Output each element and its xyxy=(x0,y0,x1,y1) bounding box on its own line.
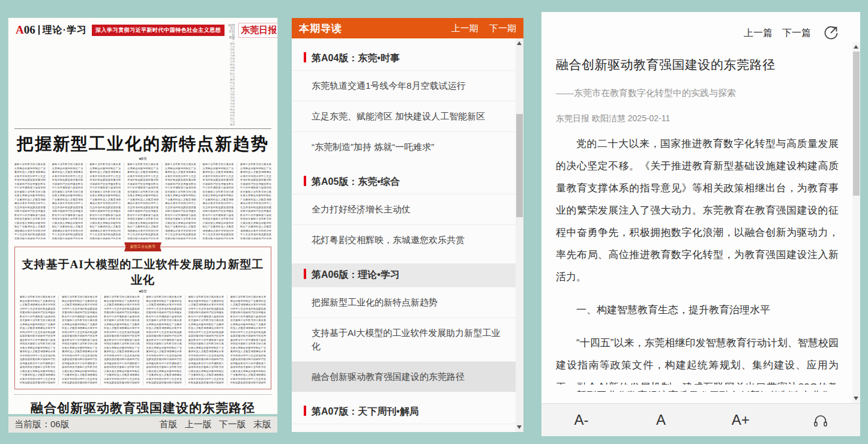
newsprint-column: 新型工业化数字经济高质量发展融合创新智能制造产业集群科技人才教育强国建设改革开放… xyxy=(124,163,158,239)
toc-section-header[interactable]: 第A07版：天下周刊•解局 xyxy=(292,400,516,424)
scroll-down-arrow-icon[interactable] xyxy=(517,425,522,429)
toc-section: 第A07版：天下周刊•解局中国非遗何以“出海”又“出圈”？ xyxy=(292,400,516,432)
toc-item[interactable]: 立足东莞、赋能湾区 加快建设人工智能新区 xyxy=(292,101,516,131)
scroll-up-arrow-icon[interactable] xyxy=(854,45,858,49)
toc-section-header[interactable]: 第A04版：东莞•时事 xyxy=(292,47,516,70)
guide-scrollbar[interactable] xyxy=(516,38,523,432)
np-article-3[interactable]: 融合创新驱动教育强国建设的东莞路径 ——东莞市在教育数字化转型中的实践与探索 ■… xyxy=(14,394,271,414)
page-pager-bar: 当前版：06版 首版 上一版 下一版 末版 xyxy=(8,416,277,433)
paper-meta-small: 新型工业化数字经济高质量发展融合创新智能制造产业集群科技人才 xyxy=(228,42,235,87)
section-marker-bar xyxy=(304,406,306,416)
newsprint-column: 新型工业化数字经济高质量发展融合创新智能制造产业集群科技人才教育强国建设改革开放… xyxy=(86,163,121,239)
next-issue-link[interactable]: 下一期 xyxy=(489,23,516,33)
toc-section: 第A06版：理论•学习把握新型工业化的新特点新趋势支持基于AI大模型的工业软件发… xyxy=(292,263,516,392)
toc-item[interactable]: 花灯粤剧交相辉映，东城邀您欢乐共赏 xyxy=(292,224,516,255)
guide-toc-list: 第A04版：东莞•时事东莞轨道交通1号线今年8月空载试运行立足东莞、赋能湾区 加… xyxy=(292,38,516,432)
toc-item[interactable]: 中国非遗何以“出海”又“出圈”？ xyxy=(292,424,516,432)
reader-toolbar: A- A A+ xyxy=(541,403,860,436)
font-reset-button[interactable]: A xyxy=(621,412,701,428)
np-article-2-byline: ■新型 xyxy=(20,289,266,293)
prev-page-link[interactable]: 上一版 xyxy=(185,419,212,429)
toc-section-label: 第A06版：理论•学习 xyxy=(312,269,400,280)
np-article-2-columns: 新型工业化数字经济高质量发展融合创新智能制造产业集群科技人才教育强国建设改革开放… xyxy=(20,295,266,385)
newspaper-masthead-row: A06 理论·学习 深入学习贯彻习近平新时代中国特色社会主义思想 2025年2月… xyxy=(14,23,271,126)
article-section-heading: 一、构建智慧教育生态，提升教育治理水平 xyxy=(556,299,839,321)
article-clipped-line: 新型工业化数字经济高质量发展融合创新智能制造产业集群科技 xyxy=(541,385,860,392)
reader-scrollbar[interactable] xyxy=(852,42,860,403)
np-article-2-headline[interactable]: 支持基于AI大模型的工业软件发展助力新型工业化 xyxy=(20,257,266,288)
article-title: 融合创新驱动教育强国建设的东莞路径 xyxy=(541,41,860,73)
font-increase-button[interactable]: A+ xyxy=(701,412,781,428)
scroll-up-arrow-icon[interactable] xyxy=(517,41,522,45)
newsprint-column: 新型工业化数字经济高质量发展融合创新智能制造产业集群科技人才教育强国建设改革开放… xyxy=(199,163,234,239)
np-article-1-headline[interactable]: 把握新型工业化的新特点新趋势 xyxy=(14,133,271,155)
toc-item[interactable]: 东莞轨道交通1号线今年8月空载试运行 xyxy=(292,70,516,101)
newsprint-column: 新型工业化数字经济高质量发展融合创新智能制造产业集群科技人才教育强国建设改革开放… xyxy=(100,295,139,385)
last-page-link[interactable]: 末版 xyxy=(253,419,271,429)
issue-guide-panel: 本期导读 上一期 下一期 第A04版：东莞•时事东莞轨道交通1号线今年8月空载试… xyxy=(292,18,523,432)
toc-section: 第A05版：东莞•综合全力打好经济增长主动仗花灯粤剧交相辉映，东城邀您欢乐共赏 xyxy=(292,170,516,255)
newsprint-column: 新型工业化数字经济高质量发展融合创新智能制造产业集群科技人才教育强国建设改革开放… xyxy=(161,163,196,239)
newsprint-column: 新型工业化数字经济高质量发展融合创新智能制造产业集群科技人才教育强国建设改革开放… xyxy=(14,163,46,239)
np-article-1-columns: 新型工业化数字经济高质量发展融合创新智能制造产业集群科技人才教育强国建设改革开放… xyxy=(14,163,271,239)
next-page-link[interactable]: 下一版 xyxy=(219,419,246,429)
toc-section: 第A04版：东莞•时事东莞轨道交通1号线今年8月空载试运行立足东莞、赋能湾区 加… xyxy=(292,47,516,162)
issue-nav: 上一期 下一期 xyxy=(443,23,516,34)
toc-section-header[interactable]: 第A05版：东莞•综合 xyxy=(292,170,516,194)
toc-item[interactable]: 全力打好经济增长主动仗 xyxy=(292,194,516,224)
newsprint-column: 新型工业化数字经济高质量发展融合创新智能制造产业集群科技人才教育强国建设改革开放… xyxy=(58,295,97,385)
article-paragraph: 党的二十大以来，国家推进教育数字化转型与高质量发展的决心坚定不移。《关于推进教育… xyxy=(556,133,839,288)
article-nav-row: 上一篇 下一篇 xyxy=(541,12,860,41)
section-marker-bar xyxy=(304,176,306,186)
slogan-banner: 深入学习贯彻习近平新时代中国特色社会主义思想 xyxy=(92,25,225,36)
toc-item[interactable]: “东莞制造”加持 炼就“一吒难求” xyxy=(292,131,516,162)
np-article-2[interactable]: 新型工业化数字 支持基于AI大模型的工业软件发展助力新型工业化 ■新型 新型工业… xyxy=(14,247,271,389)
article-paragraph: “十四五”以来，东莞相继印发智慧教育行动计划、智慧校园建设指南等政策文件，构建起… xyxy=(556,332,839,385)
newsprint-column: 新型工业化数字经济高质量发展融合创新智能制造产业集群科技人才教育强国建设改革开放… xyxy=(49,163,83,239)
next-article-link[interactable]: 下一篇 xyxy=(782,27,811,40)
headphones-icon xyxy=(813,413,828,428)
guide-title: 本期导读 xyxy=(299,22,342,35)
divider xyxy=(38,25,40,35)
toc-item[interactable]: 融合创新驱动教育强国建设的东莞路径 xyxy=(292,361,516,392)
np-article-1-byline: ■新型 xyxy=(14,157,271,160)
paper-meta: 2025年2月11日 星期二 新型工业化数字经济高质量发展融合创新智能制造产业集… xyxy=(228,23,235,126)
page-code-letter: A xyxy=(16,23,24,37)
prev-article-link[interactable]: 上一篇 xyxy=(744,27,773,40)
section-marker-bar xyxy=(304,52,306,62)
listen-button[interactable] xyxy=(780,412,860,429)
article-byline: 东莞日报 欧阳洁慧 2025-02-11 xyxy=(541,99,860,124)
newspaper-logo: 东莞日报 xyxy=(238,23,277,38)
paper-meta-small: 新型工业化数字经济高质量发展融合创新智能制造产业集群 xyxy=(228,87,235,126)
header-rule xyxy=(14,128,271,129)
first-page-link[interactable]: 首版 xyxy=(159,419,177,429)
toc-item[interactable]: 把握新型工业化的新特点新趋势 xyxy=(292,287,516,317)
newsprint-column: 新型工业化数字经济高质量发展融合创新智能制造产业集群科技人才教育强国建设改革开放… xyxy=(227,295,266,385)
guide-scrollbar-thumb[interactable] xyxy=(516,114,523,217)
toc-section-header[interactable]: 第A06版：理论•学习 xyxy=(292,263,516,287)
guide-header: 本期导读 上一期 下一期 xyxy=(292,18,523,38)
section-marker-bar xyxy=(304,269,306,279)
article-subtitle: ——东莞市在教育数字化转型中的实践与探索 xyxy=(541,73,860,99)
reader-scrollbar-thumb[interactable] xyxy=(853,52,860,196)
newspaper-page-preview[interactable]: A06 理论·学习 深入学习贯彻习近平新时代中国特色社会主义思想 2025年2月… xyxy=(8,18,277,414)
toc-section-label: 第A05版：东莞•综合 xyxy=(312,176,400,187)
newsprint-column: 新型工业化数字经济高质量发展融合创新智能制造产业集群科技人才教育强国建设改革开放… xyxy=(237,163,271,239)
open-external-icon[interactable] xyxy=(823,25,839,41)
newsprint-column: 新型工业化数字经济高质量发展融合创新智能制造产业集群科技人才教育强国建设改革开放… xyxy=(20,295,55,385)
newsprint-column: 新型工业化数字经济高质量发展融合创新智能制造产业集群科技人才教育强国建设改革开放… xyxy=(143,295,182,385)
current-page-label: 当前版：06版 xyxy=(14,419,70,430)
font-decrease-button[interactable]: A- xyxy=(541,412,621,428)
np-article-1[interactable]: 把握新型工业化的新特点新趋势 ■新型 新型工业化数字经济高质量发展融合创新智能制… xyxy=(14,133,271,239)
page-pager-links: 首版 上一版 下一版 末版 xyxy=(154,419,271,430)
page-code: A06 理论·学习 xyxy=(14,23,88,38)
np-article-3-headline[interactable]: 融合创新驱动教育强国建设的东莞路径 xyxy=(14,400,271,414)
newsprint-column: 新型工业化数字经济高质量发展融合创新智能制造产业集群科技人才教育强国建设改革开放… xyxy=(185,295,224,385)
scroll-down-arrow-icon[interactable] xyxy=(854,397,858,400)
toc-item[interactable]: 支持基于AI大模型的工业软件发展助力新型工业化 xyxy=(292,317,516,361)
prev-issue-link[interactable]: 上一期 xyxy=(451,23,478,33)
toc-section-label: 第A07版：天下周刊•解局 xyxy=(312,406,419,416)
article-body: 党的二十大以来，国家推进教育数字化转型与高质量发展的决心坚定不移。《关于推进教育… xyxy=(541,124,860,385)
article-reader-panel: 上一篇 下一篇 融合创新驱动教育强国建设的东莞路径 ——东莞市在教育数字化转型中… xyxy=(541,12,860,436)
ribbon-decoration: 新型工业化数字 xyxy=(124,242,161,251)
